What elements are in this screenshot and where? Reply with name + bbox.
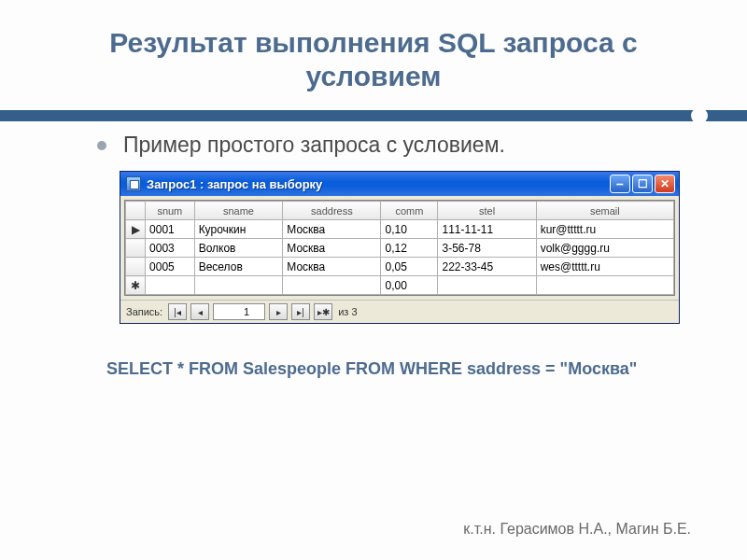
col-header-stel[interactable]: stel	[438, 202, 536, 220]
row-selector[interactable]	[126, 258, 146, 276]
cell-sname[interactable]	[194, 276, 283, 295]
cell-stel[interactable]: 111-11-11	[438, 220, 536, 239]
window-title-text: Запрос1 : запрос на выборку	[147, 177, 610, 191]
cell-semail[interactable]: kur@ttttt.ru	[536, 220, 673, 239]
bullet-text: Пример простого запроса с условием.	[123, 133, 505, 158]
nav-current-input[interactable]	[213, 303, 265, 320]
cell-snum[interactable]: 0001	[146, 220, 195, 239]
cell-stel[interactable]	[438, 276, 536, 295]
cell-sname[interactable]: Волков	[194, 239, 283, 258]
cell-sname[interactable]: Веселов	[194, 258, 283, 276]
window-titlebar[interactable]: Запрос1 : запрос на выборку ‒ ☐ ✕	[120, 172, 679, 196]
cell-comm[interactable]: 0,10	[381, 220, 438, 239]
bullet-dot-icon	[97, 141, 106, 150]
nav-first-button[interactable]: |◂	[168, 303, 187, 320]
cell-comm[interactable]: 0,05	[381, 258, 438, 276]
data-grid: snum sname saddress comm stel semail ▶ 0…	[124, 200, 675, 296]
nav-prev-button[interactable]: ◂	[190, 303, 209, 320]
cell-snum[interactable]: 0005	[146, 258, 195, 276]
table-row[interactable]: 0003 Волков Москва 0,12 3-56-78 volk@ggg…	[126, 239, 674, 258]
minimize-button[interactable]: ‒	[610, 175, 630, 193]
col-header-sname[interactable]: sname	[194, 202, 283, 220]
row-selector-current-icon[interactable]: ▶	[126, 220, 146, 239]
cell-semail[interactable]: wes@ttttt.ru	[536, 258, 673, 276]
nav-label: Запись:	[126, 306, 162, 317]
cell-stel[interactable]: 3-56-78	[438, 239, 536, 258]
cell-comm[interactable]: 0,00	[381, 276, 438, 295]
new-record-row[interactable]: ✱ 0,00	[126, 276, 674, 295]
close-button[interactable]: ✕	[655, 175, 675, 193]
col-header-semail[interactable]: semail	[536, 202, 673, 220]
row-selector-header[interactable]	[126, 202, 146, 220]
cell-stel[interactable]: 222-33-45	[438, 258, 536, 276]
nav-last-button[interactable]: ▸|	[291, 303, 310, 320]
table-row[interactable]: ▶ 0001 Курочкин Москва 0,10 111-11-11 ku…	[126, 220, 674, 239]
query-window: Запрос1 : запрос на выборку ‒ ☐ ✕ snum s…	[120, 171, 680, 324]
cell-saddress[interactable]	[283, 276, 381, 295]
title-stripe	[0, 110, 747, 121]
nav-total-text: из 3	[338, 306, 357, 317]
col-header-snum[interactable]: snum	[146, 202, 195, 220]
col-header-comm[interactable]: comm	[381, 202, 438, 220]
maximize-button[interactable]: ☐	[632, 175, 653, 193]
nav-new-button[interactable]: ▸✱	[314, 303, 332, 320]
cell-snum[interactable]: 0003	[146, 239, 195, 258]
table-row[interactable]: 0005 Веселов Москва 0,05 222-33-45 wes@t…	[126, 258, 674, 276]
row-selector[interactable]	[126, 239, 146, 258]
row-selector-new-icon[interactable]: ✱	[126, 276, 146, 295]
footer-credits: к.т.н. Герасимов Н.А., Магин Б.Е.	[463, 521, 691, 538]
cell-sname[interactable]: Курочкин	[194, 220, 283, 239]
cell-saddress[interactable]: Москва	[283, 220, 381, 239]
cell-semail[interactable]: volk@gggg.ru	[536, 239, 673, 258]
record-navigator: Запись: |◂ ◂ ▸ ▸| ▸✱ из 3	[120, 300, 679, 323]
cell-saddress[interactable]: Москва	[283, 258, 381, 276]
bullet-item: Пример простого запроса с условием.	[97, 133, 700, 158]
nav-next-button[interactable]: ▸	[269, 303, 288, 320]
header-row: snum sname saddress comm stel semail	[126, 202, 674, 220]
col-header-saddress[interactable]: saddress	[283, 202, 381, 220]
cell-saddress[interactable]: Москва	[283, 239, 381, 258]
sql-statement: SELECT * FROM Salespeople FROM WHERE sad…	[97, 359, 700, 379]
window-app-icon	[126, 176, 141, 191]
slide-title: Результат выполнения SQL запроса с услов…	[47, 26, 700, 93]
cell-comm[interactable]: 0,12	[381, 239, 438, 258]
cell-semail[interactable]	[536, 276, 673, 295]
cell-snum[interactable]	[146, 276, 195, 295]
